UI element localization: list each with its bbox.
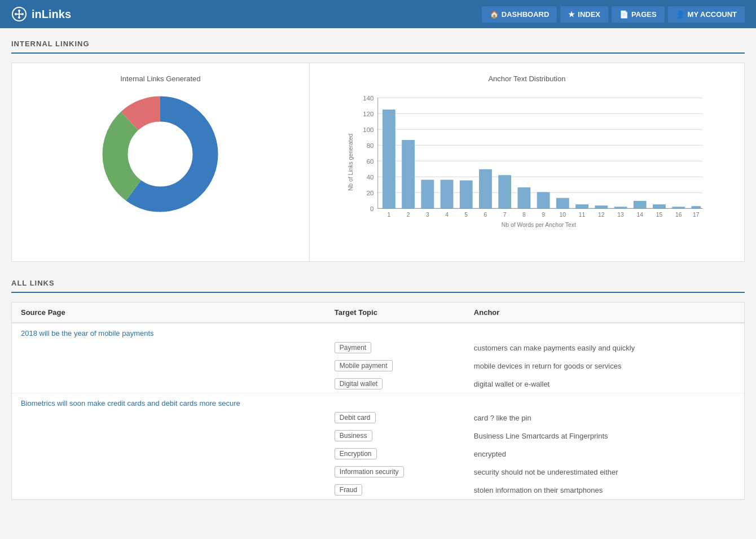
svg-rect-32 [421, 180, 434, 209]
anchor-text: stolen information on their smartphones [474, 486, 735, 494]
anchor-text: Business Line Smartcards at Fingerprints [474, 432, 735, 440]
list-item: Debit card card ? like the pin [12, 410, 744, 427]
anchor-text: security should not be underestimated ei… [474, 468, 735, 476]
anchor-text: encrypted [474, 450, 735, 458]
dashboard-button[interactable]: 🏠 DASHBOARD [482, 6, 557, 23]
col-source: Source Page [21, 308, 335, 317]
svg-rect-43 [634, 201, 647, 208]
main-content: INTERNAL LINKING Internal Links Generate… [0, 28, 756, 511]
svg-text:4: 4 [445, 212, 449, 218]
col-anchor: Anchor [474, 308, 735, 317]
svg-rect-40 [575, 204, 588, 208]
svg-text:60: 60 [367, 158, 374, 165]
topic-badge[interactable]: Information security [335, 466, 404, 477]
svg-point-3 [15, 13, 17, 15]
logo-icon [11, 6, 27, 22]
account-button[interactable]: 👤 MY ACCOUNT [668, 6, 745, 23]
svg-text:14: 14 [636, 212, 643, 218]
svg-text:40: 40 [367, 174, 374, 181]
user-icon: 👤 [676, 10, 685, 19]
topic-badge[interactable]: Digital wallet [335, 378, 383, 389]
bar-section: Anchor Text Distribution [310, 63, 744, 261]
svg-text:140: 140 [363, 95, 373, 102]
svg-text:17: 17 [693, 212, 700, 218]
pages-label: PAGES [631, 10, 657, 19]
svg-rect-46 [691, 206, 701, 208]
svg-text:15: 15 [656, 212, 663, 218]
topic-badge[interactable]: Encryption [335, 448, 377, 459]
index-button[interactable]: ★ INDEX [560, 6, 608, 23]
col-topic: Target Topic [335, 308, 474, 317]
link-entries: Payment customers can make payments easi… [12, 340, 744, 393]
svg-text:2: 2 [406, 212, 410, 218]
svg-rect-34 [460, 181, 473, 209]
svg-rect-38 [537, 192, 550, 208]
list-item: Fraud stolen information on their smartp… [12, 481, 744, 499]
internal-linking-section: INTERNAL LINKING Internal Links Generate… [11, 40, 745, 262]
svg-rect-35 [479, 169, 492, 208]
dashboard-label: DASHBOARD [502, 10, 550, 19]
donut-title: Internal Links Generated [120, 75, 200, 83]
svg-text:120: 120 [363, 111, 373, 117]
bar-chart-wrapper: 0 20 40 60 80 100 120 140 Nb of Links ge… [321, 92, 733, 250]
logo: inLinks [11, 6, 482, 22]
source-link[interactable]: 2018 will be the year of mobile payments [12, 323, 744, 340]
anchor-text: mobile devices in return for goods or se… [474, 362, 735, 370]
donut-chart [98, 92, 222, 216]
table-row: 2018 will be the year of mobile payments… [12, 323, 744, 393]
table-row: Biometrics will soon make credit cards a… [12, 393, 744, 499]
topic-badge[interactable]: Mobile payment [335, 360, 393, 371]
svg-text:10: 10 [559, 212, 566, 218]
svg-text:12: 12 [598, 212, 605, 218]
svg-text:16: 16 [675, 212, 682, 218]
all-links-section: ALL LINKS Source Page Target Topic Ancho… [11, 279, 745, 500]
svg-text:7: 7 [503, 212, 507, 218]
all-links-title: ALL LINKS [11, 279, 745, 293]
svg-text:1: 1 [387, 212, 390, 218]
svg-point-10 [128, 122, 192, 186]
svg-rect-31 [402, 140, 415, 208]
topic-badge[interactable]: Payment [335, 342, 371, 353]
anchor-text: digital wallet or e-wallet [474, 380, 735, 388]
list-item: Mobile payment mobile devices in return … [12, 357, 744, 375]
logo-text: inLinks [32, 8, 71, 21]
anchor-text: card ? like the pin [474, 414, 735, 422]
pages-button[interactable]: 📄 PAGES [612, 6, 665, 23]
file-icon: 📄 [619, 10, 628, 19]
svg-rect-39 [556, 198, 569, 209]
list-item: Business Business Line Smartcards at Fin… [12, 427, 744, 445]
svg-text:9: 9 [542, 212, 545, 218]
svg-text:5: 5 [464, 212, 468, 218]
topic-badge[interactable]: Fraud [335, 484, 362, 496]
topic-badge[interactable]: Business [335, 430, 372, 441]
svg-text:Nb of Words per Anchor Text: Nb of Words per Anchor Text [502, 222, 576, 228]
svg-text:11: 11 [579, 212, 586, 218]
svg-rect-30 [383, 109, 395, 208]
svg-rect-44 [653, 204, 666, 208]
svg-point-6 [18, 16, 20, 19]
table-header: Source Page Target Topic Anchor [12, 303, 744, 323]
svg-text:6: 6 [484, 212, 487, 218]
svg-text:80: 80 [367, 142, 374, 149]
list-item: Information security security should not… [12, 463, 744, 481]
svg-text:13: 13 [617, 212, 624, 218]
source-link[interactable]: Biometrics will soon make credit cards a… [12, 393, 744, 410]
svg-text:0: 0 [370, 205, 373, 212]
svg-text:Nb of Links generated: Nb of Links generated [348, 134, 354, 191]
table-body: 2018 will be the year of mobile payments… [12, 323, 744, 499]
svg-text:3: 3 [426, 212, 429, 218]
index-label: INDEX [578, 10, 600, 19]
list-item: Payment customers can make payments easi… [12, 340, 744, 357]
svg-rect-36 [498, 175, 511, 208]
bar-chart: 0 20 40 60 80 100 120 140 Nb of Links ge… [321, 92, 733, 250]
svg-text:20: 20 [367, 190, 374, 196]
internal-linking-title: INTERNAL LINKING [11, 40, 745, 54]
svg-rect-45 [672, 207, 685, 208]
svg-rect-42 [614, 207, 627, 208]
header: inLinks 🏠 DASHBOARD ★ INDEX 📄 PAGES 👤 MY… [0, 0, 756, 28]
donut-wrapper [98, 92, 222, 216]
link-entries: Debit card card ? like the pin Business … [12, 410, 744, 499]
nav-buttons: 🏠 DASHBOARD ★ INDEX 📄 PAGES 👤 MY ACCOUNT [482, 6, 745, 23]
links-table: Source Page Target Topic Anchor 2018 wil… [11, 302, 745, 500]
topic-badge[interactable]: Debit card [335, 412, 376, 423]
